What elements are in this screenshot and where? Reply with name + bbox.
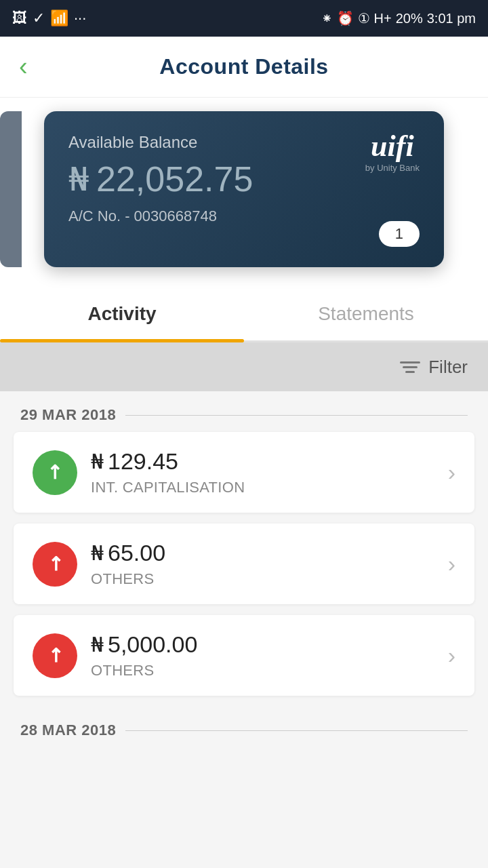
currency-sign: ₦: [68, 160, 89, 198]
account-number: A/C No. - 0030668748: [68, 208, 420, 225]
table-row[interactable]: ↗ ₦ 65.00 OTHERS ›: [14, 524, 474, 604]
transactions-list: 29 MAR 2018 ↙ ₦ 129.45 INT. CAPITALISATI…: [0, 391, 488, 761]
tab-statements[interactable]: Statements: [244, 288, 488, 340]
bluetooth-icon: ⁕: [321, 10, 333, 26]
uifi-logo-text: uifi: [365, 132, 420, 161]
transaction-out-icon: ↗: [33, 633, 77, 678]
balance-value: 22,052.75: [96, 159, 253, 199]
transaction-amount: ₦ 129.45: [91, 448, 434, 475]
card-number-badge: 1: [379, 221, 420, 247]
table-row[interactable]: ↙ ₦ 129.45 INT. CAPITALISATION ›: [14, 432, 474, 513]
signal-icon: 📶: [50, 9, 68, 27]
chevron-right-icon: ›: [448, 642, 455, 669]
status-left-icons: 🖼 ✓ 📶 ···: [12, 9, 86, 27]
time-label: 3:01 pm: [427, 11, 476, 26]
chevron-right-icon: ›: [448, 551, 455, 577]
card-peek: [0, 111, 22, 267]
transaction-details: ₦ 65.00 OTHERS: [91, 540, 434, 588]
back-button[interactable]: ‹: [19, 52, 28, 81]
status-right-icons: ⁕ ⏰ ① H+ 20% 3:01 pm: [321, 10, 476, 26]
sim-icon: ①: [358, 10, 370, 26]
transaction-amount: ₦ 65.00: [91, 540, 434, 566]
transaction-details: ₦ 129.45 INT. CAPITALISATION: [91, 448, 434, 496]
filter-bar: Filter: [0, 342, 488, 391]
bank-logo: uifi by Unity Bank: [365, 132, 420, 173]
header: ‹ Account Details: [0, 37, 488, 98]
page-title: Account Details: [159, 54, 328, 79]
status-bar: 🖼 ✓ 📶 ··· ⁕ ⏰ ① H+ 20% 3:01 pm: [0, 0, 488, 37]
chevron-right-icon: ›: [448, 459, 455, 486]
check-icon: ✓: [33, 9, 45, 27]
transaction-description: OTHERS: [91, 570, 434, 588]
more-icon: ···: [74, 9, 86, 27]
transaction-in-icon: ↙: [33, 450, 77, 495]
photo-icon: 🖼: [12, 9, 27, 27]
date-header-1: 29 MAR 2018: [0, 391, 488, 432]
account-card: Available Balance ₦ 22,052.75 A/C No. - …: [44, 111, 444, 267]
transaction-out-icon: ↗: [33, 542, 77, 587]
battery-label: 20%: [396, 11, 423, 26]
tab-activity[interactable]: Activity: [0, 288, 244, 340]
transaction-details: ₦ 5,000.00 OTHERS: [91, 631, 434, 679]
card-area: Available Balance ₦ 22,052.75 A/C No. - …: [0, 98, 488, 288]
transaction-description: OTHERS: [91, 662, 434, 679]
table-row[interactable]: ↗ ₦ 5,000.00 OTHERS ›: [14, 615, 474, 696]
transaction-amount: ₦ 5,000.00: [91, 631, 434, 658]
transaction-description: INT. CAPITALISATION: [91, 479, 434, 496]
tab-bar: Activity Statements: [0, 288, 488, 342]
filter-icon: [400, 361, 420, 373]
alarm-icon: ⏰: [337, 10, 354, 26]
uifi-logo-sub: by Unity Bank: [365, 163, 420, 173]
filter-button[interactable]: Filter: [428, 357, 468, 378]
network-type-label: H+: [374, 11, 392, 26]
date-header-2: 28 MAR 2018: [0, 707, 488, 747]
